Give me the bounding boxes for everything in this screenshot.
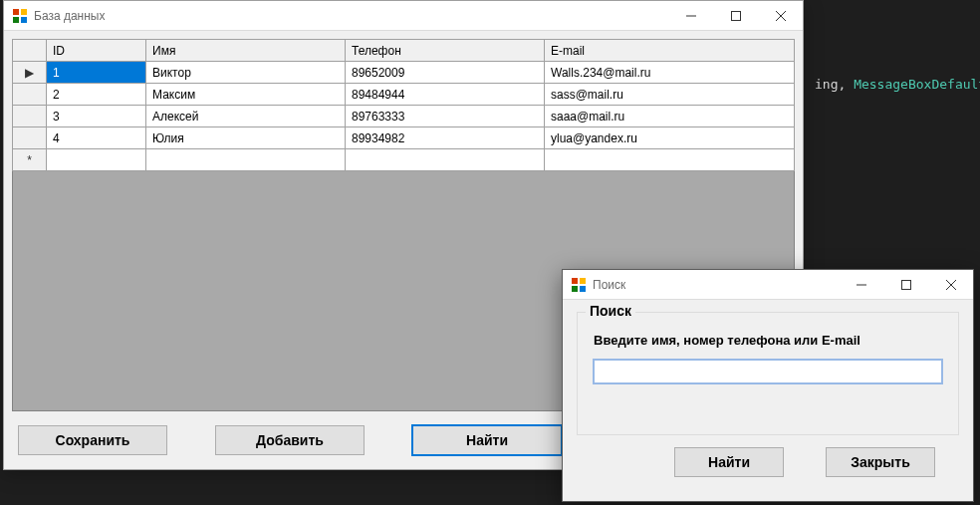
grid-corner[interactable] xyxy=(13,40,47,62)
svg-rect-2 xyxy=(13,17,19,23)
find-button[interactable]: Найти xyxy=(412,425,562,455)
svg-rect-10 xyxy=(572,286,578,292)
app-icon xyxy=(571,277,587,293)
table-new-row[interactable]: * xyxy=(13,149,795,171)
svg-rect-11 xyxy=(580,286,586,292)
svg-rect-13 xyxy=(901,280,910,289)
app-icon xyxy=(12,8,28,24)
cell-phone[interactable]: 89484944 xyxy=(346,84,545,106)
search-find-button[interactable]: Найти xyxy=(674,447,784,477)
svg-rect-9 xyxy=(580,278,586,284)
main-window-title: База данных xyxy=(34,9,105,23)
save-button[interactable]: Сохранить xyxy=(18,425,167,455)
grid-header-row: ID Имя Телефон E-mail xyxy=(13,40,795,62)
svg-rect-0 xyxy=(13,9,19,15)
search-prompt-label: Введите имя, номер телефона или E-mail xyxy=(594,333,942,348)
search-groupbox: Поиск Введите имя, номер телефона или E-… xyxy=(577,312,959,435)
cell-id[interactable]: 4 xyxy=(47,127,146,149)
table-row[interactable]: 2 Максим 89484944 sass@mail.ru xyxy=(13,84,795,106)
main-close-button[interactable] xyxy=(758,1,803,31)
col-header-id[interactable]: ID xyxy=(47,40,146,62)
search-close-button2[interactable]: Закрыть xyxy=(826,447,935,477)
main-minimize-button[interactable] xyxy=(668,1,713,31)
cell-phone[interactable]: 89763333 xyxy=(346,106,545,127)
col-header-name[interactable]: Имя xyxy=(146,40,346,62)
col-header-phone[interactable]: Телефон xyxy=(346,40,545,62)
search-input[interactable] xyxy=(594,360,942,383)
table-row[interactable]: ▶ 1 Виктор 89652009 Walls.234@mail.ru xyxy=(13,62,795,84)
cell-email[interactable]: ylua@yandex.ru xyxy=(545,127,795,149)
search-window-title: Поиск xyxy=(593,278,625,292)
cell-name[interactable]: Алексей xyxy=(146,106,346,127)
cell-phone[interactable]: 89652009 xyxy=(346,62,545,84)
search-close-button[interactable] xyxy=(928,270,973,300)
svg-rect-5 xyxy=(731,11,740,20)
cell-email[interactable]: saaa@mail.ru xyxy=(545,106,795,127)
cell-phone[interactable]: 89934982 xyxy=(346,127,545,149)
svg-rect-3 xyxy=(21,17,27,23)
col-header-email[interactable]: E-mail xyxy=(545,40,795,62)
svg-rect-8 xyxy=(572,278,578,284)
cell-name[interactable]: Максим xyxy=(146,84,346,106)
cell-id[interactable]: 3 xyxy=(47,106,146,127)
groupbox-title: Поиск xyxy=(586,303,635,319)
search-button-row: Найти Закрыть xyxy=(577,435,959,477)
cell-email[interactable]: sass@mail.ru xyxy=(545,84,795,106)
row-indicator-current: ▶ xyxy=(13,62,47,84)
add-button[interactable]: Добавить xyxy=(215,425,365,455)
search-minimize-button[interactable] xyxy=(839,270,883,300)
search-titlebar[interactable]: Поиск xyxy=(563,270,973,300)
search-maximize-button[interactable] xyxy=(883,270,928,300)
data-grid[interactable]: ID Имя Телефон E-mail ▶ 1 Виктор 8965200… xyxy=(12,39,795,171)
main-maximize-button[interactable] xyxy=(713,1,758,31)
cell-email[interactable]: Walls.234@mail.ru xyxy=(545,62,795,84)
main-titlebar[interactable]: База данных xyxy=(4,1,803,31)
cell-id[interactable]: 1 xyxy=(47,62,146,84)
cell-name[interactable]: Юлия xyxy=(146,127,346,149)
search-window: Поиск Поиск Введите имя, номер телефона … xyxy=(562,269,974,502)
row-indicator-new: * xyxy=(13,149,47,171)
table-row[interactable]: 3 Алексей 89763333 saaa@mail.ru xyxy=(13,106,795,127)
background-code-fragment: ing, MessageBoxDefaultButt xyxy=(815,77,980,92)
table-row[interactable]: 4 Юлия 89934982 ylua@yandex.ru xyxy=(13,127,795,149)
svg-rect-1 xyxy=(21,9,27,15)
cell-id[interactable]: 2 xyxy=(47,84,146,106)
cell-name[interactable]: Виктор xyxy=(146,62,346,84)
